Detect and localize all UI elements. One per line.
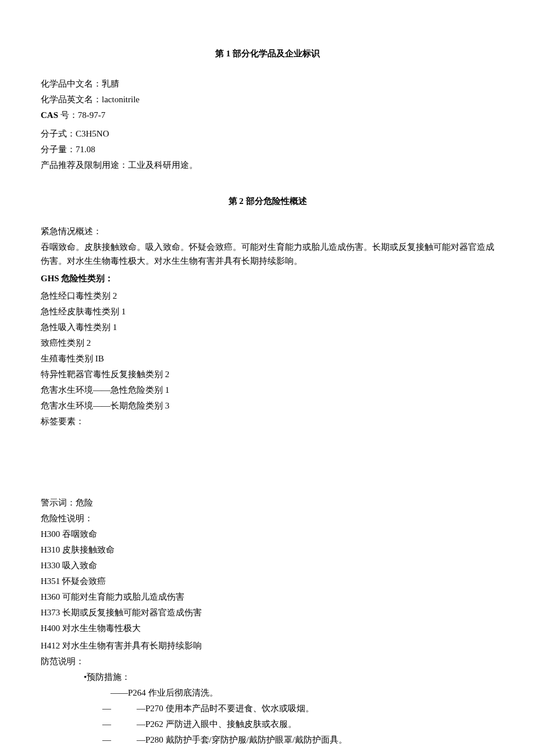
hazard-item: H310 皮肤接触致命 [41,543,494,557]
label-elements: 标签要素： [41,414,494,428]
hazard-item: H330 吸入致命 [41,558,494,572]
prevention-item: ——P270 使用本产品时不要进食、饮水或吸烟。 [102,701,494,715]
hazard-item: H351 怀疑会致癌 [41,574,494,588]
ghs-item: 生殖毒性类别 IB [41,352,494,366]
ghs-label-en: GHS [41,274,61,283]
ghs-item: 急性经皮肤毒性类别 1 [41,304,494,318]
hazard-item: H360 可能对生育能力或胎儿造成伤害 [41,590,494,604]
mw-label: 分子量： [41,145,76,154]
prevention-item: ——P262 严防进入眼中、接触皮肤或衣服。 [102,717,494,731]
signal-word-line: 警示词：危险 [41,496,494,510]
cas-value: 78-97-7 [78,110,106,120]
mw-value: 71.08 [76,145,95,154]
en-name-label: 化学品英文名： [41,95,102,104]
prevention-text: —P262 严防进入眼中、接触皮肤或衣服。 [137,719,297,729]
ghs-item: 急性吸入毒性类别 1 [41,320,494,334]
emergency-label: 紧急情况概述： [41,224,494,238]
hazard-item: H400 对水生生物毒性极大 [41,621,494,635]
prevention-item: ——P280 戴防护手套/穿防护服/戴防护眼罩/戴防护面具。 [102,733,494,747]
ghs-item: 致癌性类别 2 [41,336,494,350]
ghs-label-cn: 危险性类别： [61,274,113,283]
prevention-item: ——P264 作业后彻底清洗。 [110,686,494,700]
section1-title: 第 1 部分化学品及企业标识 [41,46,494,60]
signal-word-value: 危险 [76,498,93,507]
prevention-text: —P270 使用本产品时不要进食、饮水或吸烟。 [137,704,314,713]
sec2-num: 2 [239,196,244,206]
formula-value: C3H5NO [76,129,109,138]
use-line: 产品推荐及限制用途：工业及科研用途。 [41,158,494,172]
formula-label: 分子式： [41,129,76,138]
sec2-prefix: 第 [229,196,240,206]
cas-line: CAS 号：78-97-7 [41,108,494,122]
use-value: 工业及科研用途。 [128,160,198,170]
en-name-line: 化学品英文名：lactonitrile [41,92,494,106]
dash-icon: — [102,704,111,713]
ghs-label-line: GHS 危险性类别： [41,271,494,285]
ghs-item: 危害水生环境——长期危险类别 3 [41,399,494,413]
use-label: 产品推荐及限制用途： [41,160,128,170]
hazard-item: H373 长期或反复接触可能对器官造成伤害 [41,605,494,619]
signal-word-label: 警示词： [41,498,76,507]
prevention-head: •预防措施： [84,670,494,684]
section2-title: 第 2 部分危险性概述 [41,194,494,208]
sec1-prefix: 第 [215,49,226,58]
dash-icon: — [102,735,111,744]
hazard-statement-label: 危险性说明： [41,511,494,525]
precaution-label: 防范说明： [41,654,494,668]
hazard-item: H412 对水生生物有害并具有长期持续影响 [41,639,494,653]
formula-line: 分子式：C3H5NO [41,127,494,141]
sec1-suffix: 部分化学品及企业标识 [230,49,320,58]
cas-label-en: CAS [41,110,60,120]
pictogram-placeholder [41,430,494,494]
ghs-item: 危害水生环境——急性危险类别 1 [41,383,494,397]
en-name-value: lactonitrile [102,95,140,104]
mw-line: 分子量：71.08 [41,142,494,156]
cn-name-line: 化学品中文名：乳腈 [41,77,494,91]
sec2-suffix: 部分危险性概述 [244,196,307,206]
ghs-item: 特异性靶器官毒性反复接触类别 2 [41,367,494,381]
cas-label-cn: 号： [60,110,78,120]
emergency-text: 吞咽致命。皮肤接触致命。吸入致命。怀疑会致癌。可能对生育能力或胎儿造成伤害。长期… [41,240,494,268]
ghs-item: 急性经口毒性类别 2 [41,289,494,303]
prevention-text: —P280 戴防护手套/穿防护服/戴防护眼罩/戴防护面具。 [137,735,347,744]
hazard-item: H300 吞咽致命 [41,527,494,541]
cn-name-label: 化学品中文名： [41,79,102,88]
dash-icon: — [102,719,111,729]
cn-name-value: 乳腈 [102,79,119,88]
